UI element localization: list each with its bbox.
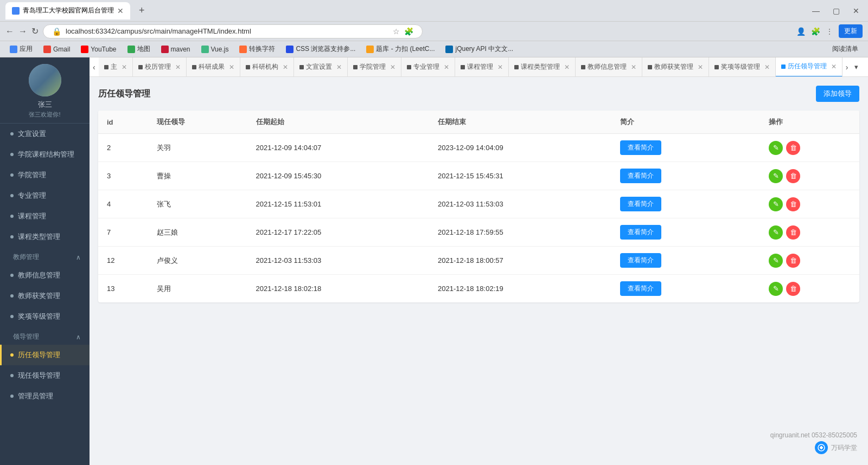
tab-close[interactable]: ✕ — [564, 63, 570, 71]
bookmark-leetcode[interactable]: 题库 - 力扣 (LeetC... — [362, 43, 439, 55]
delete-button[interactable]: 🗑 — [786, 169, 800, 183]
edit-button[interactable]: ✎ — [769, 282, 783, 296]
sidebar-item-label: 奖项等级管理 — [18, 312, 60, 321]
tab-teacher-award[interactable]: 教师获奖管理 ✕ — [642, 57, 709, 77]
add-leader-button[interactable]: 添加领导 — [816, 86, 859, 102]
back-button[interactable]: ← — [5, 27, 14, 36]
cell-id: 7 — [98, 218, 148, 247]
bookmark-vuejs[interactable]: Vue.js — [197, 44, 233, 54]
cell-start: 2021-12-18 18:02:18 — [247, 275, 430, 303]
tab-close[interactable]: ✕ — [175, 63, 181, 71]
bookmark-jquery[interactable]: jQuery API 中文文... — [441, 43, 518, 55]
bookmark-maps[interactable]: 地图 — [123, 43, 155, 55]
view-intro-button[interactable]: 查看简介 — [620, 197, 661, 211]
bookmark-youtube[interactable]: YouTube — [76, 44, 120, 54]
tab-close-home[interactable]: ✕ — [122, 63, 127, 71]
sidebar-item-college[interactable]: 学院管理 — [0, 165, 90, 185]
table-row: 12 卢俊义 2021-12-03 11:53:03 2021-12-18 18… — [98, 247, 859, 275]
sidebar-group-teacher[interactable]: 教师管理 ∧ — [0, 247, 90, 265]
delete-button[interactable]: 🗑 — [786, 254, 800, 268]
close-button[interactable]: ✕ — [850, 5, 863, 16]
edit-button[interactable]: ✎ — [769, 141, 783, 155]
delete-button[interactable]: 🗑 — [786, 197, 800, 211]
sidebar-item-course[interactable]: 课程管理 — [0, 206, 90, 227]
view-intro-button[interactable]: 查看简介 — [620, 253, 661, 268]
delete-button[interactable]: 🗑 — [786, 141, 800, 155]
minimize-button[interactable]: — — [809, 5, 823, 16]
update-button[interactable]: 更新 — [839, 24, 863, 38]
tab-close[interactable]: ✕ — [283, 63, 288, 71]
tab-course[interactable]: 课程管理 ✕ — [455, 57, 509, 77]
leetcode-icon — [366, 46, 374, 53]
settings-icon[interactable]: ⋮ — [826, 27, 833, 36]
sidebar-item-course-type[interactable]: 课程类型管理 — [0, 227, 90, 247]
view-intro-button[interactable]: 查看简介 — [620, 140, 661, 155]
tab-course-type[interactable]: 课程类型管理 ✕ — [509, 57, 576, 77]
bookmark-gmail-label: Gmail — [53, 46, 70, 53]
sidebar-item-award-level[interactable]: 奖项等级管理 — [0, 306, 90, 327]
sidebar-item-teacher-award[interactable]: 教师获奖管理 — [0, 286, 90, 306]
new-tab-button[interactable]: + — [135, 3, 149, 18]
sidebar-item-course-structure[interactable]: 学院课程结构管理 — [0, 144, 90, 165]
app-layout: 张三 张三欢迎你! 文宣设置 学院课程结构管理 学院管理 专业管理 课 — [0, 57, 868, 465]
edit-button[interactable]: ✎ — [769, 225, 783, 240]
table-row: 3 曹操 2021-12-09 15:45:30 2021-12-15 15:4… — [98, 162, 859, 190]
sidebar-item-major[interactable]: 专业管理 — [0, 185, 90, 206]
tab-scroll-right-button[interactable]: › — [843, 63, 852, 72]
tab-award-level[interactable]: 奖项等级管理 ✕ — [709, 57, 776, 77]
tab-close[interactable]: ✕ — [831, 63, 837, 70]
extension2-icon[interactable]: 🧩 — [811, 27, 820, 36]
delete-button[interactable]: 🗑 — [786, 225, 800, 240]
tab-close[interactable]: ✕ — [336, 63, 342, 71]
forward-button[interactable]: → — [18, 27, 27, 36]
tab-calendar[interactable]: 校历管理 ✕ — [133, 57, 187, 77]
tab-close-button[interactable]: ✕ — [117, 7, 124, 15]
sidebar-item-admin[interactable]: 管理员管理 — [0, 386, 90, 406]
view-intro-button[interactable]: 查看简介 — [620, 169, 661, 183]
tab-past-leader[interactable]: 历任领导管理 ✕ — [776, 57, 843, 77]
tab-research-inst[interactable]: 科研机构 ✕ — [240, 57, 294, 77]
maximize-button[interactable]: ▢ — [829, 5, 843, 16]
sidebar-item-past-leader[interactable]: 历任领导管理 — [0, 345, 90, 365]
sidebar-item-label: 课程管理 — [18, 211, 46, 221]
sidebar-item-teacher-info[interactable]: 教师信息管理 — [0, 265, 90, 286]
tab-college[interactable]: 学院管理 ✕ — [348, 57, 401, 77]
tab-teacher-info[interactable]: 教师信息管理 ✕ — [576, 57, 642, 77]
tab-scroll-left-button[interactable]: ‹ — [90, 63, 99, 72]
reload-button[interactable]: ↻ — [31, 26, 39, 36]
profile-icon[interactable]: 👤 — [796, 27, 806, 36]
sidebar-item-wenxuan[interactable]: 文宣设置 — [0, 124, 90, 144]
bookmark-convert[interactable]: 转换字符 — [235, 43, 279, 55]
tab-close[interactable]: ✕ — [444, 63, 449, 71]
edit-button[interactable]: ✎ — [769, 197, 783, 211]
sidebar-item-current-leader[interactable]: 现任领导管理 — [0, 365, 90, 386]
bookmark-reader[interactable]: 阅读清单 — [828, 43, 863, 55]
tab-home[interactable]: 主 ✕ — [99, 57, 133, 77]
extension-icon[interactable]: 🧩 — [404, 27, 413, 36]
tab-close[interactable]: ✕ — [698, 63, 703, 71]
edit-button[interactable]: ✎ — [769, 254, 783, 268]
tab-more-button[interactable]: ▾ — [851, 63, 861, 71]
address-bar[interactable]: 🔒 localhost:63342/campus/src/main/manage… — [43, 24, 423, 38]
bookmark-star-icon[interactable]: ☆ — [393, 27, 400, 36]
tab-close[interactable]: ✕ — [229, 63, 234, 71]
tab-wenxuan[interactable]: 文宣设置 ✕ — [294, 57, 348, 77]
tab-close[interactable]: ✕ — [390, 63, 395, 71]
tab-close[interactable]: ✕ — [631, 63, 636, 71]
delete-button[interactable]: 🗑 — [786, 282, 800, 296]
edit-button[interactable]: ✎ — [769, 169, 783, 183]
sidebar-group-leader[interactable]: 领导管理 ∧ — [0, 327, 90, 345]
tab-research[interactable]: 科研成果 ✕ — [187, 57, 240, 77]
view-intro-button[interactable]: 查看简介 — [620, 281, 661, 296]
bookmark-maven[interactable]: maven — [157, 44, 195, 54]
tab-close[interactable]: ✕ — [497, 63, 503, 71]
tab-major[interactable]: 专业管理 ✕ — [401, 57, 455, 77]
bookmark-css[interactable]: CSS 浏览器支持参... — [282, 43, 360, 55]
tab-close[interactable]: ✕ — [764, 63, 770, 71]
bookmark-apps[interactable]: 应用 — [5, 43, 37, 55]
sidebar-item-label: 专业管理 — [18, 191, 46, 201]
bookmark-gmail[interactable]: Gmail — [39, 44, 74, 54]
view-intro-button[interactable]: 查看简介 — [620, 225, 661, 240]
browser-tab[interactable]: 青岛理工大学校园官网后台管理 ✕ — [5, 2, 130, 20]
sidebar-item-label: 现任领导管理 — [18, 371, 60, 380]
